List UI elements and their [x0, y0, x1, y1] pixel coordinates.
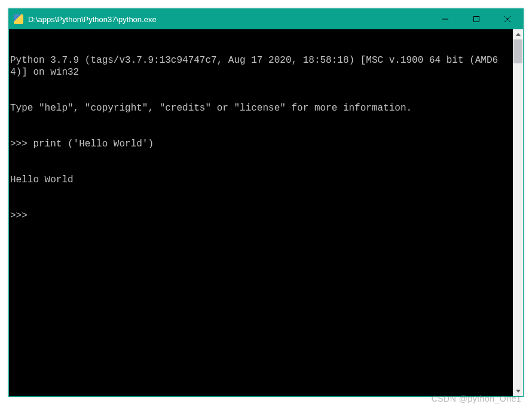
scroll-up-button[interactable] [513, 29, 523, 39]
terminal-line: >>> print ('Hello World') [10, 138, 513, 150]
chevron-up-icon [516, 33, 521, 36]
vertical-scrollbar[interactable] [513, 29, 523, 396]
terminal-line: Hello World [10, 174, 513, 186]
close-icon [505, 16, 510, 22]
maximize-icon [473, 16, 479, 22]
maximize-button[interactable] [461, 9, 492, 29]
window-controls [430, 9, 523, 29]
titlebar[interactable]: D:\apps\Python\Python37\python.exe [9, 9, 523, 29]
svg-rect-1 [474, 17, 479, 22]
scroll-thumb[interactable] [513, 39, 522, 63]
content-area: Python 3.7.9 (tags/v3.7.9:13c94747c7, Au… [9, 29, 523, 396]
app-window: D:\apps\Python\Python37\python.exe Pytho… [8, 8, 524, 397]
window-title: D:\apps\Python\Python37\python.exe [28, 15, 430, 24]
terminal-line: Python 3.7.9 (tags/v3.7.9:13c94747c7, Au… [10, 54, 513, 78]
terminal-output[interactable]: Python 3.7.9 (tags/v3.7.9:13c94747c7, Au… [9, 29, 513, 396]
chevron-down-icon [516, 390, 521, 393]
python-icon [14, 14, 23, 24]
scroll-down-button[interactable] [513, 386, 523, 396]
terminal-prompt: >>> [10, 210, 513, 222]
close-button[interactable] [492, 9, 523, 29]
minimize-button[interactable] [430, 9, 461, 29]
terminal-line: Type "help", "copyright", "credits" or "… [10, 102, 513, 114]
minimize-icon [442, 16, 448, 22]
